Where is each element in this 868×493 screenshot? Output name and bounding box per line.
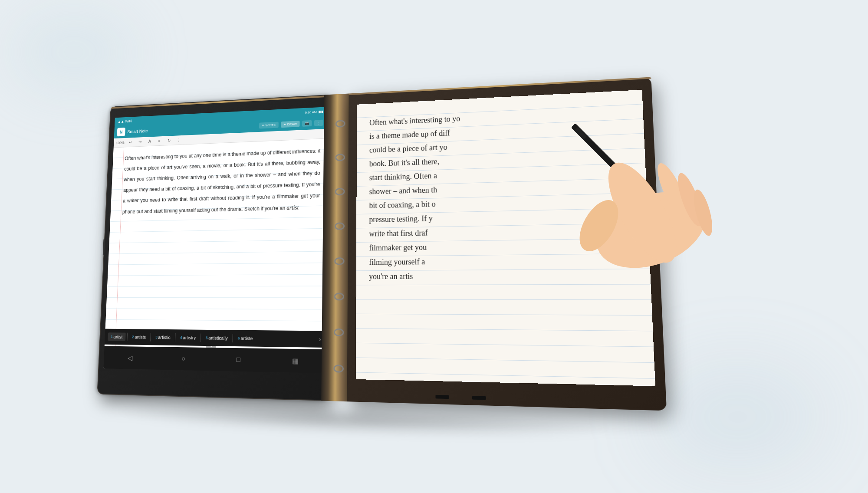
autocomplete-num-2: 2: [132, 335, 134, 339]
autocomplete-divider-3: [175, 333, 176, 342]
back-icon: ◁: [128, 354, 132, 362]
refresh-button[interactable]: ↻: [166, 137, 173, 144]
hw-line-11: filming yourself a: [369, 253, 640, 270]
autocomplete-word-2: artists: [135, 335, 146, 340]
hinge-ring-2: [335, 154, 345, 161]
zoom-level: 100%: [116, 141, 125, 145]
hw-line-12: you're an artis: [369, 268, 641, 284]
autocomplete-divider-5: [233, 334, 233, 342]
redo-button[interactable]: ↪: [137, 138, 144, 145]
autocomplete-divider-2: [150, 333, 151, 341]
scene: ▲▲ WiFi 9:10 AM ▮▮▮ N Smart Note ✏: [0, 0, 868, 493]
bg-decoration-1: [9, 9, 139, 95]
volume-button: [103, 239, 105, 255]
autocomplete-item-3[interactable]: 3 artistic: [152, 333, 174, 342]
status-bar-right: 9:10 AM ▮▮▮: [305, 110, 323, 115]
autocomplete-word-3: artistic: [158, 335, 171, 340]
hinge-ring-4: [335, 222, 345, 230]
photo-button[interactable]: 📷: [302, 120, 312, 126]
format-button-1[interactable]: A: [146, 138, 153, 145]
autocomplete-expand-arrow[interactable]: ›: [319, 336, 321, 343]
autocomplete-word-5: artistically: [208, 335, 228, 341]
recents-nav-button[interactable]: □: [232, 353, 245, 366]
paper-writing-area: Often what's interesting to yo is a them…: [356, 90, 655, 386]
status-bar-left: ▲▲ WiFi: [118, 119, 132, 124]
note-text: Often what's interesting to you at any o…: [115, 145, 320, 217]
autocomplete-num-1: 1: [111, 335, 113, 339]
autocomplete-num-4: 4: [180, 335, 182, 340]
device-container: ▲▲ WiFi 9:10 AM ▮▮▮ N Smart Note ✏: [96, 74, 719, 427]
autocomplete-num-6: 6: [238, 336, 240, 340]
home-nav-button[interactable]: ○: [177, 352, 189, 365]
autocomplete-word-4: artistry: [183, 335, 196, 340]
photo-icon: 📷: [305, 122, 309, 125]
autocomplete-divider-1: [127, 333, 128, 341]
hinge-ring-3: [335, 188, 345, 196]
more-options-button[interactable]: ⋮: [314, 119, 323, 126]
write-mode-button[interactable]: ✏ WRITE: [259, 122, 279, 128]
recents-icon: □: [236, 356, 240, 364]
pen-icon: ✏: [262, 123, 265, 127]
tablet-device: ▲▲ WiFi 9:10 AM ▮▮▮ N Smart Note ✏: [97, 95, 332, 401]
autocomplete-item-1[interactable]: 1 artist: [108, 332, 125, 341]
wifi-icon: WiFi: [125, 119, 132, 124]
undo-button[interactable]: ↩: [127, 138, 134, 146]
handwritten-content: Often what's interesting to yo is a them…: [369, 103, 641, 284]
hinge-ring-1: [335, 120, 345, 128]
note-body: Often what's interesting to you at any o…: [122, 148, 321, 215]
menu-nav-button[interactable]: ▦: [289, 354, 301, 368]
hinge-ring-7: [334, 329, 344, 336]
hinge-ring-6: [334, 293, 345, 300]
audio-port: [472, 396, 486, 400]
autocomplete-divider-4: [201, 334, 201, 342]
home-icon: ○: [181, 355, 185, 363]
notebook-right: BOOK Often what's interesting to yo is a…: [347, 77, 667, 411]
time-display: 9:10 AM: [305, 110, 317, 114]
autocomplete-word-1: artist: [113, 334, 122, 339]
autocomplete-item-2[interactable]: 2 artists: [129, 333, 149, 342]
menu-icon: ▦: [292, 357, 299, 365]
usb-port: [435, 395, 449, 399]
app-name: Smart Note: [127, 123, 257, 134]
signal-icon: ▲▲: [118, 120, 124, 124]
autocomplete-num-5: 5: [206, 336, 208, 340]
hinge-ring-5: [334, 257, 344, 265]
hinge-ring-8: [333, 365, 344, 373]
draw-mode-button[interactable]: ✒ DRAW: [281, 121, 300, 128]
draw-icon: ✒: [283, 122, 286, 126]
autocomplete-word-6: artiste: [240, 335, 253, 341]
android-nav-bar: ◁ ○ □ ▦: [103, 346, 324, 373]
more-format-button[interactable]: ⋮: [175, 136, 182, 144]
format-button-2[interactable]: ≡: [156, 137, 163, 145]
draw-label: DRAW: [287, 122, 297, 126]
autocomplete-item-6[interactable]: 6 artiste: [234, 334, 256, 342]
app-logo-letter: N: [120, 130, 122, 134]
autocomplete-bar: 1 artist 2 artists 3 artistic: [105, 329, 325, 348]
battery-icon: ▮▮▮: [319, 110, 323, 114]
autocomplete-item-5[interactable]: 5 artistically: [202, 334, 231, 342]
app-logo: N: [117, 128, 125, 136]
tablet-screen: ▲▲ WiFi 9:10 AM ▮▮▮ N Smart Note ✏: [103, 107, 326, 373]
back-nav-button[interactable]: ◁: [124, 352, 136, 364]
autocomplete-item-4[interactable]: 4 artistry: [177, 333, 199, 342]
autocomplete-num-3: 3: [155, 335, 158, 339]
write-label: WRITE: [266, 123, 276, 127]
more-icon: ⋮: [317, 121, 321, 125]
italic-word: artist: [286, 204, 299, 211]
note-content-area: Often what's interesting to you at any o…: [105, 139, 326, 352]
